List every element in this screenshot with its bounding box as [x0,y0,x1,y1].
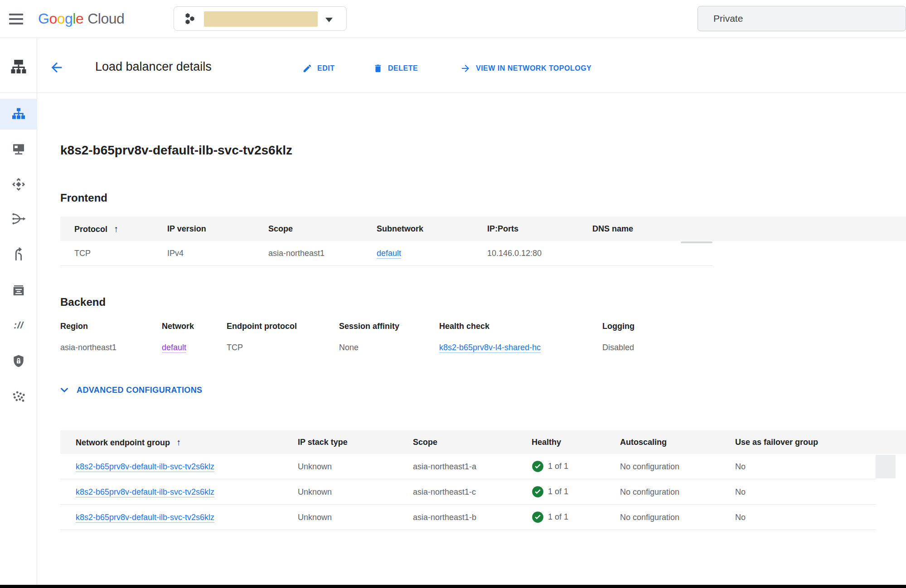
neg-link-text[interactable]: k8s2-b65prv8v-default-ilb-svc-tv2s6klz [76,462,214,472]
cloud-dns-icon[interactable] [0,141,37,157]
load-balancing-icon[interactable] [0,106,37,122]
column-label: Network endpoint group [76,438,170,447]
neg-name-link[interactable]: k8s2-b65prv8v-default-ilb-svc-tv2s6klz [76,454,214,479]
column-label: Protocol [74,225,107,234]
cloud-cdn-icon[interactable] [0,176,37,193]
column-ip-ports[interactable]: IP:Ports [487,217,518,241]
service-directory-icon[interactable] [0,283,37,299]
neg-table-row: k8s2-b65prv8v-default-ilb-svc-tv2s6klz U… [60,479,876,505]
neg-ip-stack: Unknown [298,505,332,530]
neg-healthy: 1 of 1 [532,454,568,479]
traffic-director-icon[interactable] [0,246,37,263]
column-failover[interactable]: Use as failover group [735,430,818,454]
window-bottom-edge [0,585,906,588]
neg-healthy: 1 of 1 [532,505,568,530]
cloud-domains-icon[interactable]: :// [0,317,37,333]
neg-failover: No [735,454,746,479]
frontend-heading: Frontend [60,192,107,204]
dropdown-caret-icon [325,18,333,22]
healthy-check-icon [532,460,544,472]
menu-bar [9,14,23,15]
backend-region-value: asia-northeast1 [60,343,116,352]
logo-letter: e [76,10,83,27]
health-check-link-text[interactable]: k8s2-b65prv8v-l4-shared-hc [439,343,541,353]
frontend-ip-ports: 10.146.0.12:80 [487,241,542,266]
chevron-down-icon [58,384,70,396]
column-network-endpoint-group[interactable]: Network endpoint group↑ [76,430,181,454]
column-ip-version[interactable]: IP version [167,217,206,241]
frontend-protocol: TCP [74,241,91,266]
delete-button[interactable]: DELETE [373,62,418,75]
column-dns-name[interactable]: DNS name [592,217,633,241]
column-ip-stack-type[interactable]: IP stack type [298,430,348,454]
menu-bar [9,23,23,24]
logo-letter: l [73,10,76,27]
column-protocol[interactable]: Protocol↑ [74,217,118,241]
healthy-check-icon [532,511,544,523]
neg-autoscaling: No configuration [620,505,679,530]
edit-button[interactable]: EDIT [302,62,334,75]
neg-scope: asia-northeast1-c [413,479,476,505]
column-healthy[interactable]: Healthy [532,430,561,454]
top-bar: GoogleCloud Private [0,0,906,38]
trash-icon [373,63,383,73]
backend-health-check-label: Health check [439,322,489,331]
advanced-configurations-toggle[interactable]: ADVANCED CONFIGURATIONS [58,384,203,396]
frontend-table-row: TCP IPv4 asia-northeast1 default 10.146.… [60,241,712,266]
neg-ip-stack: Unknown [298,479,332,505]
healthy-check-icon [532,486,544,498]
column-autoscaling[interactable]: Autoscaling [620,430,667,454]
neg-scope: asia-northeast1-b [413,505,476,530]
neg-autoscaling: No configuration [620,454,679,479]
view-topology-label: VIEW IN NETWORK TOPOLOGY [476,64,591,72]
backend-region-label: Region [60,322,88,331]
cloud-nat-icon[interactable] [0,211,37,227]
project-selector[interactable] [174,6,347,31]
sidebar: :// [0,39,37,585]
logo-letter: g [65,10,73,27]
neg-table-row: k8s2-b65prv8v-default-ilb-svc-tv2s6klz U… [60,454,876,479]
healthy-count: 1 of 1 [548,487,568,496]
neg-link-text[interactable]: k8s2-b65prv8v-default-ilb-svc-tv2s6klz [76,487,214,497]
backend-network-link[interactable]: default [162,343,186,352]
page-title: Load balancer details [95,60,212,74]
network-link-text[interactable]: default [162,343,186,353]
subnetwork-link-text[interactable]: default [377,249,401,259]
healthy-count: 1 of 1 [548,462,568,471]
frontend-subnetwork-link[interactable]: default [377,241,401,266]
backend-session-affinity-label: Session affinity [339,322,399,331]
google-cloud-logo: GoogleCloud [38,10,124,27]
column-neg-scope[interactable]: Scope [413,430,437,454]
back-arrow-icon[interactable] [49,60,64,75]
column-subnetwork[interactable]: Subnetwork [377,217,423,241]
frontend-scope: asia-northeast1 [268,241,325,266]
gcp-console-window: GoogleCloud Private [0,0,906,588]
service-mesh-icon[interactable] [0,389,37,405]
logo-letter: o [57,10,65,27]
redacted-project-name [204,11,318,27]
backend-session-affinity-value: None [339,343,359,352]
sort-ascending-icon: ↑ [176,437,181,447]
menu-icon[interactable] [9,14,24,24]
view-in-network-topology-button[interactable]: VIEW IN NETWORK TOPOLOGY [460,62,591,75]
network-services-product-icon [0,58,37,75]
horizontal-scrollbar-thumb[interactable] [681,241,712,243]
backend-logging-value: Disabled [602,343,634,352]
arrow-right-icon [460,63,471,74]
neg-name-link[interactable]: k8s2-b65prv8v-default-ilb-svc-tv2s6klz [76,479,214,505]
neg-name-link[interactable]: k8s2-b65prv8v-default-ilb-svc-tv2s6klz [76,505,214,530]
resource-name: k8s2-b65prv8v-default-ilb-svc-tv2s6klz [60,143,292,158]
sort-ascending-icon: ↑ [114,224,118,234]
vertical-scrollbar-thumb[interactable] [876,455,896,478]
backend-health-check-link[interactable]: k8s2-b65prv8v-l4-shared-hc [439,343,541,352]
neg-ip-stack: Unknown [298,454,332,479]
neg-table-header: Network endpoint group↑ IP stack type Sc… [60,430,906,454]
backend-heading: Backend [60,296,106,308]
logo-letter: G [38,10,49,27]
backend-network-label: Network [162,322,194,331]
private-label: Private [713,6,743,31]
column-scope[interactable]: Scope [268,217,293,241]
logo-cloud-text: Cloud [87,10,124,27]
private-service-connect-icon[interactable] [0,353,37,369]
neg-link-text[interactable]: k8s2-b65prv8v-default-ilb-svc-tv2s6klz [76,513,214,523]
